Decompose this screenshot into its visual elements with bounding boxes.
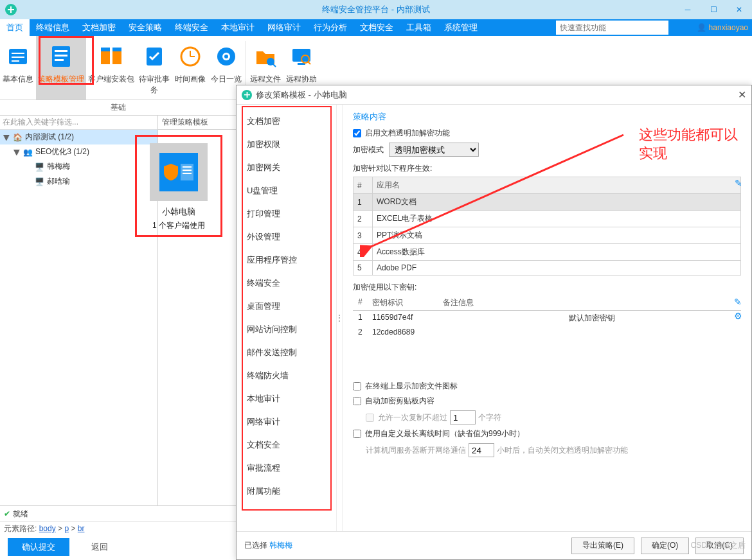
tree-filter-input[interactable]: 在此输入关键字筛选... [0, 116, 157, 130]
table-row[interactable]: 2EXCEL电子表格 [354, 211, 741, 227]
settings-icon[interactable]: ⚙ [734, 311, 742, 321]
svg-rect-32 [244, 94, 250, 96]
sidebar-item[interactable]: 网络审计 [237, 410, 336, 433]
tab-doc-security[interactable]: 文档安全 [354, 19, 400, 36]
copy-limit-input[interactable] [450, 410, 476, 424]
sidebar-item[interactable]: 文档加密 [237, 110, 336, 133]
encryption-mode-select[interactable]: 透明加密模式 [389, 143, 479, 157]
svg-line-22 [273, 64, 276, 67]
maximize-button[interactable]: ☐ [701, 0, 726, 19]
tab-network-audit[interactable]: 网络审计 [261, 19, 307, 36]
table-row[interactable]: 111659d7e4f默认加密密钥 [353, 311, 741, 326]
sidebar-item[interactable]: 外设管理 [237, 225, 336, 249]
tree-node-user[interactable]: 🖥️ 韩梅梅 [0, 159, 157, 174]
title-bar: 终端安全管控平台 - 内部测试 ─ ☐ ✕ [0, 0, 752, 19]
back-button[interactable]: 返回 [77, 538, 122, 556]
ribbon-time-profile[interactable]: 时间画像 [172, 36, 208, 100]
eye-icon [208, 41, 244, 72]
tree-node-user[interactable]: 🖥️ 郝晗瑜 [0, 174, 157, 189]
sidebar-item[interactable]: 附属功能 [237, 480, 336, 503]
tab-local-audit[interactable]: 本地审计 [215, 19, 261, 36]
sidebar-item[interactable]: 打印管理 [237, 202, 336, 225]
tree-node-group[interactable]: ⯆ 👥 SEO优化3 (1/2) [0, 144, 157, 159]
tab-security-policy[interactable]: 安全策略 [122, 19, 168, 36]
ribbon-pending-approval[interactable]: 待审批事务 [136, 36, 172, 100]
tab-terminal-info[interactable]: 终端信息 [30, 19, 76, 36]
search-box[interactable] [556, 21, 668, 35]
collapse-icon[interactable]: ⯆ [3, 133, 10, 142]
ok-button[interactable]: 确定(O) [641, 538, 689, 554]
offline-checkbox[interactable] [353, 430, 361, 438]
edit-icon[interactable]: ✎ [735, 178, 742, 188]
sidebar-item[interactable]: 应用程序管控 [237, 249, 336, 272]
user-icon: 👤 [697, 23, 706, 32]
menu-bar: 首页 终端信息 文档加密 安全策略 终端安全 本地审计 网络审计 行为分析 文档… [0, 19, 752, 36]
tree-node-root[interactable]: ⯆ 🏠 内部测试 (1/2) [0, 130, 157, 144]
tab-system-mgmt[interactable]: 系统管理 [438, 19, 484, 36]
svg-line-26 [308, 62, 310, 64]
sidebar-item[interactable]: 终端安全 [237, 272, 336, 295]
search-input[interactable] [556, 21, 668, 35]
key-label: 加密使用以下密钥: [353, 282, 741, 293]
sidebar-item[interactable]: 邮件发送控制 [237, 341, 336, 364]
ribbon-section-label: 基础 [0, 100, 236, 116]
sidebar-item[interactable]: 网站访问控制 [237, 318, 336, 341]
offline-hours-input[interactable] [469, 443, 494, 457]
table-row[interactable]: 212cded8689 [353, 326, 741, 338]
home-icon: 🏠 [13, 133, 22, 142]
svg-point-20 [224, 55, 228, 58]
key-table: #密钥标识备注信息 111659d7e4f默认加密密钥 212cded8689 [353, 295, 741, 338]
selected-link[interactable]: 韩梅梅 [269, 541, 292, 550]
remote-icon [283, 41, 319, 72]
dialog-logo-icon [242, 90, 252, 100]
content-heading: 策略内容 [353, 111, 741, 123]
group-icon: 👥 [23, 148, 33, 157]
sidebar-item[interactable]: 桌面管理 [237, 295, 336, 318]
crumb-br[interactable]: br [78, 524, 85, 533]
dialog-content: 策略内容 启用文档透明加解密功能 加密模式 透明加密模式 加密针对以下程序生效:… [343, 105, 751, 531]
edit-icon[interactable]: ✎ [734, 297, 742, 307]
submit-button[interactable]: 确认提交 [8, 538, 69, 556]
crumb-body[interactable]: body [39, 524, 56, 533]
show-icon-checkbox[interactable] [353, 382, 361, 390]
policy-dialog: 修改策略模板 - 小韩电脑 ✕ 文档加密 加密权限 加密网关 U盘管理 打印管理… [236, 85, 752, 560]
sidebar-item[interactable]: 加密网关 [237, 156, 336, 179]
svg-rect-10 [101, 50, 110, 64]
svg-rect-7 [55, 50, 67, 52]
dialog-close-button[interactable]: ✕ [738, 89, 746, 101]
tab-toolbox[interactable]: 工具箱 [400, 19, 438, 36]
sidebar-item[interactable]: 加密权限 [237, 133, 336, 156]
ribbon-policy-template[interactable]: 策略模板管理 [36, 36, 86, 100]
tab-terminal-security[interactable]: 终端安全 [168, 19, 215, 36]
sidebar-item[interactable]: 本地审计 [237, 387, 336, 410]
tab-doc-encrypt[interactable]: 文档加密 [76, 19, 122, 36]
table-row[interactable]: 1WORD文档 [354, 194, 741, 211]
collapse-icon[interactable]: ⯆ [13, 148, 21, 157]
auto-clip-checkbox[interactable] [353, 397, 361, 405]
svg-rect-30 [183, 173, 192, 174]
tab-home[interactable]: 首页 [0, 19, 30, 36]
svg-rect-28 [183, 166, 192, 168]
ribbon-basic-info[interactable]: 基本信息 [0, 36, 36, 100]
table-row[interactable]: 5Adobe PDF [354, 261, 741, 276]
table-row[interactable]: 3PPT演示文稿 [354, 227, 741, 244]
apps-table: #应用名 1WORD文档 2EXCEL电子表格 3PPT演示文稿 4Access… [353, 177, 741, 276]
user-display[interactable]: 👤 hanxiaoyao [697, 19, 748, 36]
export-button[interactable]: 导出策略(E) [571, 538, 634, 554]
dialog-title-bar: 修改策略模板 - 小韩电脑 ✕ [237, 85, 751, 105]
close-button[interactable]: ✕ [726, 0, 752, 19]
template-card[interactable]: 小韩电脑 1 个客户端使用 [135, 135, 222, 237]
minimize-button[interactable]: ─ [675, 0, 701, 19]
sidebar-item[interactable]: 文档安全 [237, 433, 336, 457]
svg-rect-5 [12, 60, 19, 62]
sidebar-item[interactable]: 终端防火墙 [237, 364, 336, 387]
sidebar-item[interactable]: 审批流程 [237, 457, 336, 480]
table-row[interactable]: 4Access数据库 [354, 244, 741, 261]
ribbon-client-package[interactable]: 客户端安装包 [86, 36, 136, 100]
resize-handle[interactable]: ⋮ [336, 105, 343, 531]
tab-behavior[interactable]: 行为分析 [307, 19, 354, 36]
enable-encryption-checkbox[interactable] [353, 129, 361, 137]
crumb-p[interactable]: p [64, 524, 69, 533]
sidebar-item[interactable]: U盘管理 [237, 179, 336, 202]
app-logo-icon [5, 4, 17, 15]
